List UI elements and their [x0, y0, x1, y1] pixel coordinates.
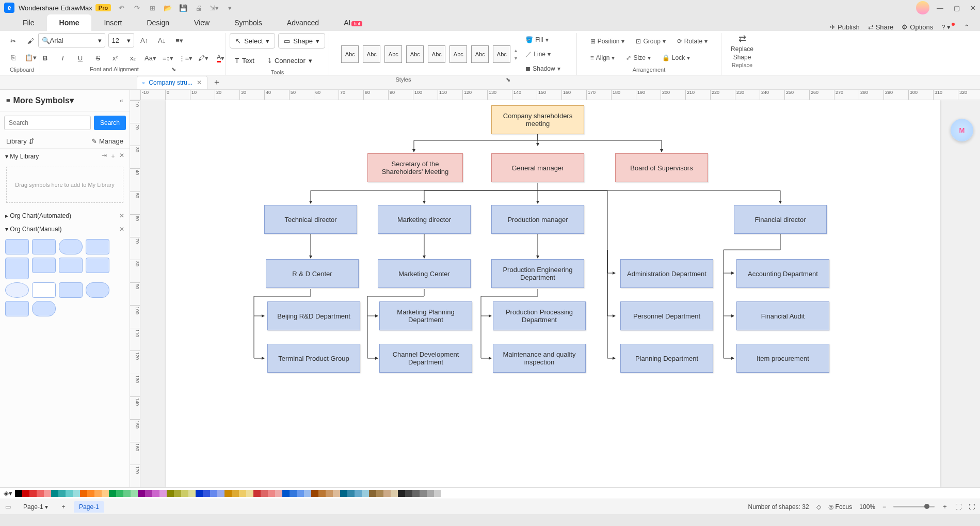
color-swatch[interactable] — [37, 490, 44, 497]
tab-add-icon[interactable]: ＋ — [213, 77, 221, 88]
canvas[interactable]: Company shareholders meeting Secretary o… — [140, 100, 980, 487]
color-swatch[interactable] — [311, 490, 318, 497]
case-icon[interactable]: Aa▾ — [143, 51, 158, 65]
color-swatch[interactable] — [80, 490, 87, 497]
size-button[interactable]: ⤢ Size▾ — [622, 51, 654, 65]
remove-icon[interactable]: ✕ — [119, 152, 124, 161]
org-node-beijing-rd[interactable]: Beijing R&D Department — [267, 301, 360, 330]
org-node-supervisors[interactable]: Board of Supervisors — [615, 153, 708, 182]
italic-icon[interactable]: I — [56, 51, 70, 65]
style-preset-4[interactable]: Abc — [406, 45, 424, 63]
style-preset-5[interactable]: Abc — [428, 45, 445, 63]
style-preset-1[interactable]: Abc — [341, 45, 359, 63]
org-node-terminal-product[interactable]: Terminal Product Group — [267, 344, 360, 373]
color-swatch[interactable] — [196, 490, 203, 497]
menu-symbols[interactable]: Symbols — [222, 14, 275, 31]
share-button[interactable]: ⇄ Share — [868, 23, 894, 31]
manage-button[interactable]: ✎ Manage — [91, 137, 123, 145]
subscript-icon[interactable]: x₂ — [126, 51, 140, 65]
fullscreen-icon[interactable]: ⛶ — [969, 503, 975, 511]
text-tool[interactable]: T Text — [230, 53, 260, 68]
org-node-prod-engineering[interactable]: Production Engineering Department — [491, 259, 584, 288]
shadow-button[interactable]: ◼ Shadow▾ — [521, 62, 564, 75]
styles-up-icon[interactable]: ▴ — [515, 47, 517, 53]
rotate-button[interactable]: ⟳ Rotate▾ — [673, 35, 712, 48]
user-avatar[interactable] — [916, 1, 929, 14]
color-swatch[interactable] — [87, 490, 94, 497]
symbol-shape[interactable] — [32, 239, 56, 254]
line-button[interactable]: ／ Line▾ — [521, 47, 564, 61]
color-swatch[interactable] — [109, 490, 116, 497]
org-node-secretary[interactable]: Secretary of the Shareholders' Meeting — [367, 153, 463, 182]
color-swatch[interactable] — [66, 490, 73, 497]
symbol-shape[interactable] — [59, 239, 83, 254]
zoom-slider[interactable] — [893, 506, 935, 507]
color-swatch[interactable] — [22, 490, 29, 497]
more-icon[interactable]: ▾ — [226, 4, 234, 12]
color-swatch[interactable] — [427, 490, 434, 497]
library-dropdown[interactable]: Library ⇵ — [6, 137, 35, 145]
tab-close-icon[interactable]: ✕ — [197, 79, 202, 86]
org-node-personnel[interactable]: Personnel Department — [620, 301, 713, 330]
color-swatch[interactable] — [152, 490, 159, 497]
export-icon[interactable]: ⇲▾ — [210, 4, 218, 12]
org-node-administration[interactable]: Administration Department — [620, 259, 713, 288]
org-node-marketing-center[interactable]: Marketing Center — [378, 259, 471, 288]
zoom-out-icon[interactable]: − — [882, 503, 886, 511]
page-selector[interactable]: Page-1 ▾ — [18, 501, 53, 513]
color-swatch[interactable] — [355, 490, 362, 497]
symbol-shape[interactable] — [59, 258, 83, 273]
open-icon[interactable]: 📂 — [164, 4, 172, 12]
select-tool[interactable]: ↖ Select ▾ — [230, 33, 275, 49]
color-swatch[interactable] — [391, 490, 398, 497]
page-history-icon[interactable]: ▭ — [5, 503, 11, 511]
format-painter-icon[interactable]: 🖌 — [24, 34, 38, 49]
add-page-icon[interactable]: ＋ — [60, 502, 67, 511]
color-swatch[interactable] — [340, 490, 347, 497]
menu-advanced[interactable]: Advanced — [275, 14, 331, 31]
symbol-search-button[interactable]: Search — [94, 116, 126, 130]
org-node-financial-audit[interactable]: Financial Audit — [736, 301, 829, 330]
menu-file[interactable]: File — [10, 14, 47, 31]
org-node-tech-director[interactable]: Technical director — [264, 205, 357, 234]
org-node-shareholders[interactable]: Company shareholders meeting — [491, 105, 584, 134]
my-library-section[interactable]: ▾ My Library ⇥＋✕ — [0, 149, 130, 164]
color-swatch[interactable] — [362, 490, 369, 497]
color-swatch[interactable] — [376, 490, 383, 497]
color-swatch[interactable] — [398, 490, 405, 497]
color-swatch[interactable] — [383, 490, 391, 497]
color-swatch[interactable] — [434, 490, 441, 497]
color-swatch[interactable] — [116, 490, 123, 497]
color-swatch[interactable] — [224, 490, 232, 497]
sidebar-collapse-icon[interactable]: « — [120, 97, 123, 104]
menu-ai[interactable]: AIhot — [331, 14, 375, 31]
color-swatch[interactable] — [145, 490, 152, 497]
page-tab-active[interactable]: Page-1 — [74, 501, 104, 513]
bold-icon[interactable]: B — [38, 51, 53, 65]
org-node-prod-processing[interactable]: Production Processing Department — [493, 301, 586, 330]
style-preset-6[interactable]: Abc — [449, 45, 467, 63]
color-swatch[interactable] — [232, 490, 239, 497]
org-node-item-procurement[interactable]: Item procurement — [736, 344, 829, 373]
color-swatch[interactable] — [15, 490, 22, 497]
org-node-channel-dev[interactable]: Channel Development Department — [379, 344, 472, 373]
color-swatch[interactable] — [73, 490, 80, 497]
color-swatch[interactable] — [239, 490, 246, 497]
superscript-icon[interactable]: x² — [108, 51, 123, 65]
color-swatch[interactable] — [318, 490, 326, 497]
color-swatch[interactable] — [333, 490, 340, 497]
color-swatch[interactable] — [210, 490, 217, 497]
ai-assistant-button[interactable]: M — [951, 119, 973, 141]
color-swatch[interactable] — [275, 490, 282, 497]
decrease-font-icon[interactable]: A↓ — [155, 33, 169, 47]
import-icon[interactable]: ⇥ — [102, 152, 107, 161]
undo-icon[interactable]: ↶ — [117, 4, 125, 12]
color-swatch[interactable] — [268, 490, 275, 497]
color-swatch[interactable] — [261, 490, 268, 497]
color-swatch[interactable] — [217, 490, 224, 497]
color-swatch[interactable] — [246, 490, 253, 497]
maximize-icon[interactable]: ▢ — [954, 4, 960, 12]
style-preset-3[interactable]: Abc — [384, 45, 402, 63]
symbol-shape[interactable] — [5, 282, 29, 298]
line-spacing-icon[interactable]: ≡↕▾ — [161, 51, 175, 65]
